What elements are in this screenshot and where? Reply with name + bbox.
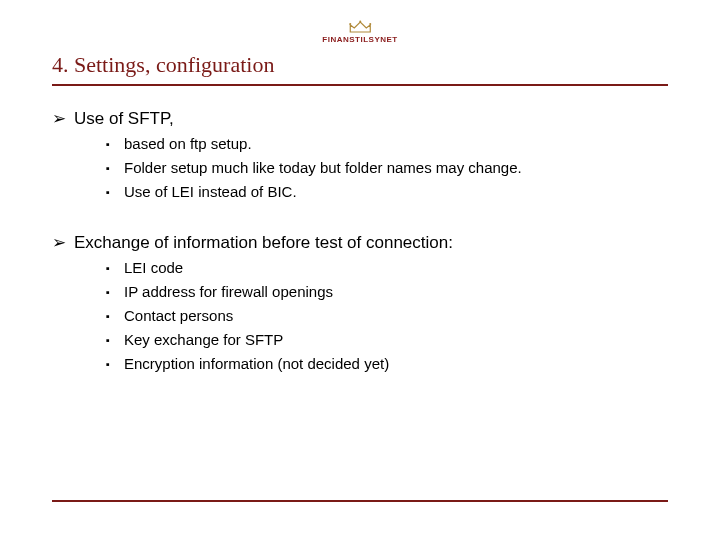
sub-list-item: ▪ Encryption information (not decided ye… bbox=[106, 354, 668, 374]
svg-point-2 bbox=[369, 23, 371, 25]
square-bullet-icon: ▪ bbox=[106, 354, 124, 374]
slide-title: 4. Settings, configuration bbox=[52, 52, 668, 78]
sub-list-item: ▪ Use of LEI instead of BIC. bbox=[106, 182, 668, 202]
spacer bbox=[52, 206, 668, 224]
sub-list-item: ▪ based on ftp setup. bbox=[106, 134, 668, 154]
svg-point-1 bbox=[359, 21, 361, 23]
square-bullet-icon: ▪ bbox=[106, 182, 124, 202]
sub-list-item-text: based on ftp setup. bbox=[124, 134, 252, 154]
sub-list-item: ▪ IP address for firewall openings bbox=[106, 282, 668, 302]
sub-list-item-text: IP address for firewall openings bbox=[124, 282, 333, 302]
title-divider bbox=[52, 84, 668, 86]
list-item-text: Exchange of information before test of c… bbox=[74, 232, 453, 254]
sub-list-item-text: Key exchange for SFTP bbox=[124, 330, 283, 350]
slide-header: 4. Settings, configuration bbox=[52, 52, 668, 86]
square-bullet-icon: ▪ bbox=[106, 282, 124, 302]
square-bullet-icon: ▪ bbox=[106, 258, 124, 278]
footer-divider bbox=[52, 500, 668, 502]
sub-list-item: ▪ LEI code bbox=[106, 258, 668, 278]
arrow-bullet-icon: ➢ bbox=[52, 232, 74, 254]
logo-text: FINANSTILSYNET bbox=[322, 35, 397, 44]
logo: FINANSTILSYNET bbox=[322, 20, 397, 44]
sub-list-item-text: Contact persons bbox=[124, 306, 233, 326]
square-bullet-icon: ▪ bbox=[106, 134, 124, 154]
sub-list-item: ▪ Folder setup much like today but folde… bbox=[106, 158, 668, 178]
sub-list-item-text: Folder setup much like today but folder … bbox=[124, 158, 522, 178]
arrow-bullet-icon: ➢ bbox=[52, 108, 74, 130]
list-item: ➢ Use of SFTP, bbox=[52, 108, 668, 130]
sub-list-item-text: Encryption information (not decided yet) bbox=[124, 354, 389, 374]
list-item: ➢ Exchange of information before test of… bbox=[52, 232, 668, 254]
sub-list-item-text: LEI code bbox=[124, 258, 183, 278]
crown-icon bbox=[348, 20, 372, 34]
sub-list-item: ▪ Contact persons bbox=[106, 306, 668, 326]
square-bullet-icon: ▪ bbox=[106, 158, 124, 178]
square-bullet-icon: ▪ bbox=[106, 330, 124, 350]
list-item-text: Use of SFTP, bbox=[74, 108, 174, 130]
svg-point-0 bbox=[349, 23, 351, 25]
sub-list-item: ▪ Key exchange for SFTP bbox=[106, 330, 668, 350]
sub-list-item-text: Use of LEI instead of BIC. bbox=[124, 182, 297, 202]
slide-content: ➢ Use of SFTP, ▪ based on ftp setup. ▪ F… bbox=[52, 100, 668, 378]
slide: FINANSTILSYNET 4. Settings, configuratio… bbox=[0, 0, 720, 540]
square-bullet-icon: ▪ bbox=[106, 306, 124, 326]
